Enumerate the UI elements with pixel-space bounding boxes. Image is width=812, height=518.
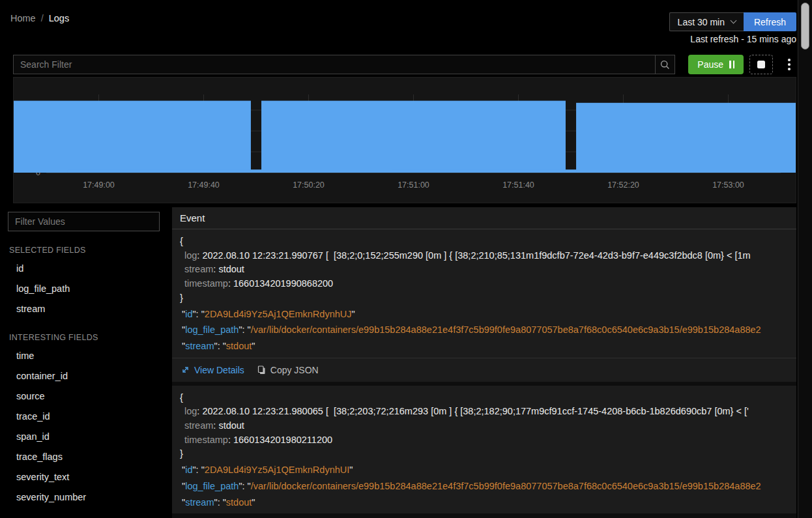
log-entry-body: { log: 2022.08.10 12:23:21.980065 [ [38;… <box>172 386 796 514</box>
copy-icon <box>257 366 266 375</box>
field-item-trace-flags[interactable]: trace_flags <box>8 446 169 467</box>
time-range-value: Last 30 min <box>678 17 725 27</box>
log-entry: { log: 2022.08.10 12:23:21.980065 [ [38;… <box>172 386 796 514</box>
timestamp-line: timestamp: 1660134201990868200 <box>180 277 789 291</box>
json-open-brace: { <box>180 391 789 405</box>
time-range-select[interactable]: Last 30 min <box>669 12 744 31</box>
svg-text:17:49:40: 17:49:40 <box>188 180 220 190</box>
search-input[interactable] <box>13 55 655 74</box>
pause-icon <box>729 61 734 68</box>
log-entry-body: { log: 2022.08.10 12:23:21.990767 [ [38;… <box>172 229 796 358</box>
breadcrumb: Home / Logs <box>10 13 69 23</box>
log-line: log: 2022.08.10 12:23:21.990767 [ [38;2;… <box>180 249 789 263</box>
field-item-severity-text[interactable]: severity_text <box>8 467 169 487</box>
json-close-brace: } <box>180 447 789 461</box>
stream-field-line: "stream": "stdout" <box>180 496 789 510</box>
stop-icon <box>757 61 765 68</box>
selected-fields-title: SELECTED FIELDS <box>8 246 169 255</box>
fields-sidebar: SELECTED FIELDS id log_file_path stream … <box>8 207 169 518</box>
event-panel: Event { log: 2022.08.10 12:23:21.990767 … <box>172 207 796 518</box>
kebab-icon <box>788 59 790 61</box>
id-line: "id": "2DA9Ld4i9Yz5Aj1QEmknRdynhUJ" <box>180 308 789 322</box>
field-item-time[interactable]: time <box>8 345 169 366</box>
svg-text:17:51:00: 17:51:00 <box>398 180 429 190</box>
field-item-span-id[interactable]: span_id <box>8 426 169 446</box>
main-content: SELECTED FIELDS id log_file_path stream … <box>8 207 796 518</box>
search-button[interactable] <box>655 55 675 74</box>
interesting-fields-title: INTERESTING FIELDS <box>8 333 169 342</box>
logs-page: Home / Logs Last 30 min Refresh Last ref… <box>0 0 812 518</box>
filter-values-input[interactable] <box>8 212 160 231</box>
field-item-source[interactable]: source <box>8 386 169 406</box>
log-entry-actions: View Details Copy JSON <box>172 358 796 382</box>
log-file-path-line: "log_file_path": "/var/lib/docker/contai… <box>180 480 789 494</box>
search-row: Pause <box>13 55 796 74</box>
log-entry: { log: 2022.08.10 12:23:21.990767 [ [38;… <box>172 229 796 382</box>
last-refresh-text: Last refresh - 15 mins ago <box>690 34 796 44</box>
svg-text:17:51:40: 17:51:40 <box>502 180 534 190</box>
view-details-link[interactable]: View Details <box>181 365 244 375</box>
event-panel-title: Event <box>172 207 796 229</box>
refresh-button[interactable]: Refresh <box>744 12 796 31</box>
json-open-brace: { <box>180 235 789 249</box>
field-item-id[interactable]: id <box>8 258 169 278</box>
copy-json-button[interactable]: Copy JSON <box>257 365 319 375</box>
breadcrumb-home-link[interactable]: Home <box>10 13 36 23</box>
log-file-path-line: "log_file_path": "/var/lib/docker/contai… <box>180 323 789 338</box>
search-box <box>13 55 675 74</box>
breadcrumb-separator: / <box>41 13 44 23</box>
pause-button-label: Pause <box>697 59 723 70</box>
interesting-fields-section: INTERESTING FIELDS time container_id sou… <box>8 333 169 507</box>
field-item-stream[interactable]: stream <box>8 298 169 319</box>
selected-fields-section: SELECTED FIELDS id log_file_path stream <box>8 246 169 319</box>
search-icon <box>660 60 670 70</box>
field-item-trace-id[interactable]: trace_id <box>8 406 169 426</box>
stream-line: stream: stdout <box>180 263 789 277</box>
stream-field-line: "stream": "stdout" <box>180 339 789 354</box>
stop-button[interactable] <box>749 55 773 74</box>
svg-text:17:52:20: 17:52:20 <box>607 180 639 190</box>
more-options-button[interactable] <box>782 55 796 74</box>
svg-text:17:49:00: 17:49:00 <box>83 180 115 190</box>
logs-histogram-chart: 17:49:0017:49:4017:50:2017:51:0017:51:40… <box>13 77 796 203</box>
breadcrumb-current-page: Logs <box>49 13 69 23</box>
time-controls: Last 30 min Refresh <box>669 12 796 31</box>
pause-button[interactable]: Pause <box>688 55 744 74</box>
timestamp-line: timestamp: 1660134201980211200 <box>180 433 789 448</box>
stream-line: stream: stdout <box>180 419 789 433</box>
field-item-container-id[interactable]: container_id <box>8 366 169 386</box>
field-item-severity-number[interactable]: severity_number <box>8 487 169 507</box>
window-scrollbar-thumb[interactable] <box>801 3 809 50</box>
field-item-log-file-path[interactable]: log_file_path <box>8 278 169 298</box>
id-line: "id": "2DA9Ld4i9Yz5Aj1QEmknRdynhUI" <box>180 463 789 478</box>
log-line: log: 2022.08.10 12:23:21.980065 [ [38;2;… <box>180 405 789 419</box>
json-close-brace: } <box>180 291 789 306</box>
chevron-down-icon <box>731 18 737 24</box>
svg-text:17:50:20: 17:50:20 <box>293 180 325 190</box>
expand-icon <box>181 366 190 374</box>
histogram-svg: 17:49:0017:49:4017:50:2017:51:0017:51:40… <box>14 78 796 203</box>
svg-text:17:53:00: 17:53:00 <box>712 180 744 190</box>
window-scrollbar-track <box>798 0 812 518</box>
